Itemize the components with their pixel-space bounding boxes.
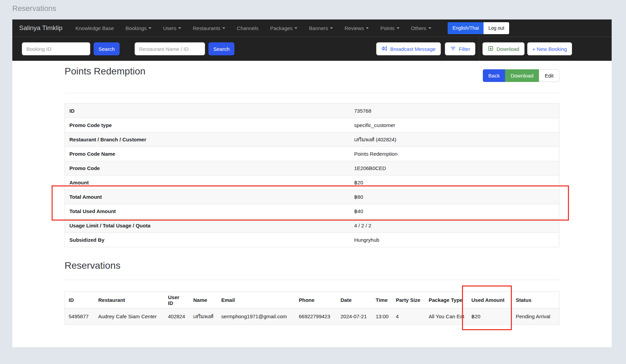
row-value: 4 / 2 / 2 [350, 219, 559, 233]
detail-header: Points Redemption Back Download Edit [65, 66, 559, 82]
row-value: เสริมพงศ์ (402824) [350, 132, 559, 147]
detail-actions: Back Download Edit [483, 69, 559, 82]
booking-id-input[interactable] [22, 42, 90, 55]
restaurant-search-button[interactable]: Search [208, 42, 234, 55]
toolbar-divider [479, 37, 479, 61]
chevron-down-icon [428, 27, 431, 29]
row-label: Usage Limit / Total Usage / Quota [65, 219, 350, 233]
cell-user-id: 402824 [164, 308, 190, 325]
table-row: Promo Code typespecific_customer [65, 118, 559, 132]
page: Reservations Salinya Timklip Knowledge B… [0, 0, 626, 364]
nav-item-others[interactable]: Others [411, 25, 431, 31]
nav-item-points[interactable]: Points [380, 25, 399, 31]
restaurant-search-input[interactable] [135, 42, 205, 55]
filter-button[interactable]: Filter [445, 42, 475, 55]
row-label: Amount [65, 176, 350, 190]
column-header-package-type: Package Type [425, 292, 468, 308]
table-row: Restaurant / Branch / Customerเสริมพงศ์ … [65, 132, 559, 147]
booking-search-button[interactable]: Search [94, 42, 120, 55]
divider [65, 280, 559, 280]
table-row: Promo Code1E206B0CED [65, 161, 559, 176]
row-value: ฿80 [350, 190, 559, 204]
promo-detail-table: ID735768 Promo Code typespecific_custome… [65, 103, 559, 247]
row-value: ฿20 [350, 176, 559, 190]
table-row: ID735768 [65, 104, 559, 118]
back-button[interactable]: Back [483, 69, 505, 82]
row-value: Hungryhub [350, 233, 559, 247]
nav-item-banners[interactable]: Banners [309, 25, 333, 31]
chevron-down-icon [366, 27, 369, 29]
cell-restaurant: Audrey Cafe Siam Center [95, 308, 164, 325]
column-header-email: Email [218, 292, 295, 308]
navbar: Salinya Timklip Knowledge Base Bookings … [12, 19, 612, 37]
brand-link[interactable]: Salinya Timklip [19, 24, 63, 32]
chevron-down-icon [149, 27, 151, 29]
column-header-name: Name [190, 292, 218, 308]
cell-id: 5495877 [65, 308, 95, 325]
row-label: Promo Code [65, 161, 350, 176]
nav-item-reviews[interactable]: Reviews [344, 25, 369, 31]
reservations-title: Reservations [65, 260, 559, 271]
download-button[interactable]: Download [482, 42, 525, 55]
download-icon [488, 45, 494, 53]
chevron-down-icon [295, 27, 297, 29]
row-value: Points Redemption [350, 147, 559, 161]
cell-email: sermphong1971@gmail.com [218, 308, 295, 325]
column-header-id: ID [65, 292, 95, 308]
row-value: 735768 [350, 104, 559, 118]
chevron-down-icon [330, 27, 333, 29]
detail-title: Points Redemption [65, 66, 146, 82]
column-header-date: Date [337, 292, 372, 308]
cell-time: 13:00 [372, 308, 392, 325]
column-header-user-id: User ID [164, 292, 190, 308]
cell-phone: 66922799423 [295, 308, 337, 325]
language-toggle-button[interactable]: English/Thai [448, 22, 484, 34]
nav-item-knowledge-base[interactable]: Knowledge Base [76, 25, 114, 31]
row-label: Promo Code Name [65, 147, 350, 161]
navbar-right-group: English/Thai Log out [448, 22, 509, 34]
table-row: Amount฿20 [65, 176, 559, 190]
row-label: Restaurant / Branch / Customer [65, 132, 350, 147]
row-label: ID [65, 104, 350, 118]
filter-icon [450, 45, 456, 53]
column-header-party-size: Party Size [392, 292, 425, 308]
table-row: Subsidized ByHungryhub [65, 233, 559, 247]
main-card: Salinya Timklip Knowledge Base Bookings … [12, 19, 612, 347]
chevron-down-icon [222, 27, 225, 29]
reservations-header-row: ID Restaurant User ID Name Email Phone D… [65, 292, 559, 308]
row-label: Promo Code type [65, 118, 350, 132]
column-header-phone: Phone [295, 292, 337, 308]
row-label: Total Used Amount [65, 204, 350, 219]
logout-button[interactable]: Log out [484, 22, 509, 34]
column-header-used-amount: Used Amount [468, 292, 512, 308]
row-value: ฿40 [350, 204, 559, 219]
nav-items: Knowledge Base Bookings Users Restaurant… [76, 25, 431, 31]
row-value: specific_customer [350, 118, 559, 132]
cell-used-amount: ฿20 [468, 308, 512, 325]
chevron-down-icon [397, 27, 399, 29]
row-label: Subsidized By [65, 233, 350, 247]
nav-item-restaurants[interactable]: Restaurants [193, 25, 225, 31]
nav-item-bookings[interactable]: Bookings [125, 25, 151, 31]
edit-button[interactable]: Edit [539, 69, 559, 82]
nav-item-channels[interactable]: Channels [237, 25, 258, 31]
broadcast-message-button[interactable]: Broadcast Message [376, 42, 441, 55]
toolbar: Search Search Broadcast Message Filter [12, 37, 612, 61]
cell-date: 2024-07-21 [337, 308, 372, 325]
page-title: Reservations [12, 4, 56, 13]
nav-item-users[interactable]: Users [163, 25, 181, 31]
reservations-table: ID Restaurant User ID Name Email Phone D… [65, 292, 559, 325]
megaphone-icon [381, 45, 387, 53]
new-booking-button[interactable]: + New Booking [527, 42, 572, 55]
cell-package-type: All You Can Eat [425, 308, 468, 325]
table-row-total-used-amount: Total Used Amount฿40 [65, 204, 559, 219]
table-row: Promo Code NamePoints Redemption [65, 147, 559, 161]
row-label: Total Amount [65, 190, 350, 204]
download-detail-button[interactable]: Download [505, 69, 539, 82]
reservation-row: 5495877 Audrey Cafe Siam Center 402824 เ… [65, 308, 559, 325]
chevron-down-icon [178, 27, 181, 29]
cell-name: เสริมพงศ์ [190, 308, 218, 325]
table-row: Usage Limit / Total Usage / Quota4 / 2 /… [65, 219, 559, 233]
divider [65, 93, 559, 93]
nav-item-packages[interactable]: Packages [270, 25, 297, 31]
